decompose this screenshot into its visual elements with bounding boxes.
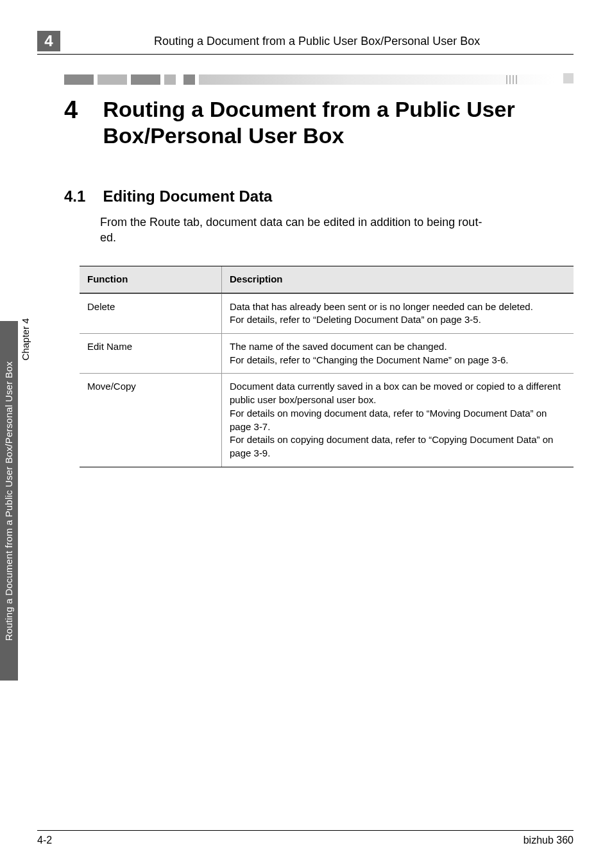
header-rule: [37, 54, 574, 55]
body-paragraph: From the Route tab, document data can be…: [100, 214, 574, 246]
table-row: Edit Name The name of the saved document…: [80, 333, 574, 373]
table-row: Move/Copy Document data currently saved …: [80, 373, 574, 466]
table-cell-function: Edit Name: [80, 334, 222, 373]
running-head: Routing a Document from a Public User Bo…: [154, 35, 574, 48]
chapter-title-number: 4: [64, 96, 100, 124]
page: 4 Routing a Document from a Public User …: [0, 0, 612, 868]
section-number: 4.1: [64, 187, 100, 205]
functions-table: Function Description Delete Data that ha…: [80, 266, 574, 467]
table-header-function: Function: [80, 266, 222, 293]
side-chapter-label: Chapter 4: [21, 318, 31, 361]
table-header-row: Function Description: [80, 266, 574, 293]
decorative-right-block: [563, 73, 574, 83]
chapter-title: 4 Routing a Document from a Public User …: [64, 96, 574, 150]
footer-model: bizhub 360: [523, 835, 574, 846]
body-line-1: From the Route tab, document data can be…: [100, 216, 482, 229]
table-cell-description: Document data currently saved in a box c…: [222, 374, 574, 466]
section-heading: 4.1 Editing Document Data: [64, 187, 574, 205]
footer-page-number: 4-2: [37, 835, 52, 846]
side-tab-text: Routing a Document from a Public User Bo…: [4, 361, 15, 640]
chapter-number-badge: 4: [37, 31, 60, 51]
side-tab-text-wrap: Routing a Document from a Public User Bo…: [0, 321, 18, 681]
table-cell-description: The name of the saved document can be ch…: [222, 334, 574, 373]
table-cell-description: Data that has already been sent or is no…: [222, 294, 574, 333]
table-cell-function: Delete: [80, 294, 222, 333]
table-header-description: Description: [222, 266, 574, 293]
chapter-title-text: Routing a Document from a Public User Bo…: [103, 96, 565, 150]
footer-rule: [37, 830, 574, 831]
section-title: Editing Document Data: [103, 187, 272, 205]
header: 4 Routing a Document from a Public User …: [0, 26, 612, 54]
body-line-2: ed.: [100, 231, 116, 244]
table-row: Delete Data that has already been sent o…: [80, 293, 574, 333]
side-chapter-label-wrap: Chapter 4: [19, 334, 32, 437]
table-cell-function: Move/Copy: [80, 374, 222, 466]
decorative-bar: [64, 73, 574, 85]
